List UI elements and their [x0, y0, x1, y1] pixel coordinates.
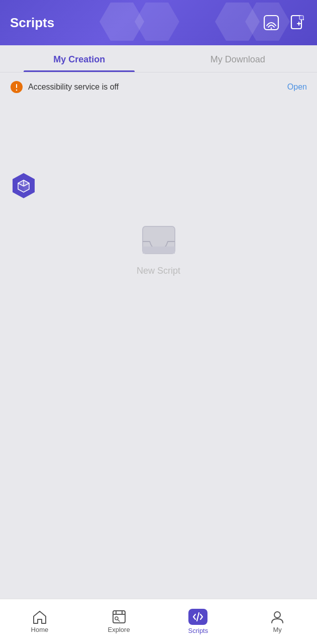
explore-icon	[112, 610, 127, 624]
tab-bar: My Creation My Download	[0, 45, 317, 72]
nav-item-home[interactable]: Home	[0, 599, 79, 644]
empty-state: New Script	[137, 222, 180, 276]
home-icon	[32, 610, 47, 624]
tab-my-creation[interactable]: My Creation	[0, 45, 159, 72]
svg-rect-11	[16, 84, 17, 88]
empty-state-label: New Script	[137, 266, 180, 276]
nav-item-my[interactable]: My	[238, 599, 317, 644]
svg-point-12	[16, 90, 18, 91]
svg-marker-2	[215, 3, 260, 41]
my-icon	[270, 610, 285, 624]
header-actions	[262, 13, 307, 32]
nav-item-explore[interactable]: Explore	[79, 599, 159, 644]
svg-line-28	[118, 620, 120, 622]
svg-point-30	[274, 612, 280, 618]
scripts-active-icon	[188, 609, 207, 625]
svg-marker-0	[99, 3, 144, 41]
alert-bar: Accessibility service is off Open	[0, 72, 317, 102]
tab-my-download[interactable]: My Download	[159, 45, 318, 72]
add-script-icon[interactable]	[288, 13, 307, 32]
nav-label-home: Home	[31, 626, 49, 633]
alert-open-button[interactable]: Open	[287, 83, 307, 92]
nav-label-my: My	[273, 626, 281, 633]
empty-inbox-icon	[139, 222, 179, 258]
main-content: New Script	[0, 102, 317, 644]
wifi-icon[interactable]	[262, 13, 281, 32]
nav-item-scripts[interactable]: Scripts	[159, 599, 238, 644]
nav-label-explore: Explore	[108, 626, 130, 633]
bottom-nav: Home Explore Scripts My	[0, 599, 317, 644]
svg-marker-1	[135, 3, 179, 41]
svg-rect-22	[143, 247, 175, 254]
svg-line-29	[197, 613, 199, 621]
nav-label-scripts: Scripts	[188, 627, 208, 634]
alert-icon	[10, 80, 23, 94]
floating-cube-icon	[10, 172, 37, 199]
alert-message: Accessibility service is off	[28, 83, 287, 92]
page-title: Scripts	[10, 15, 54, 31]
app-header: Scripts	[0, 0, 317, 45]
svg-rect-7	[299, 16, 303, 20]
svg-point-5	[271, 28, 272, 29]
